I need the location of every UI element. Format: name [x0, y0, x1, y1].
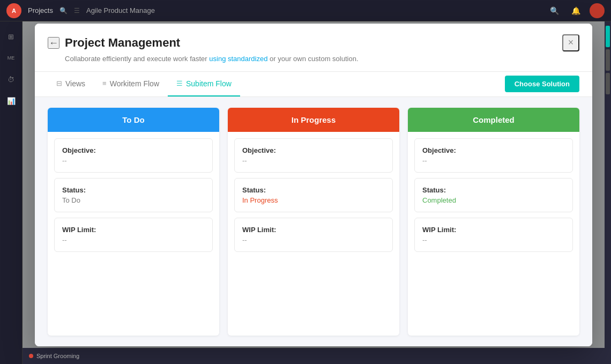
modal-body: To Do Objective: -- Status: To Do WIP Li…	[35, 97, 592, 346]
todo-objective-label: Objective:	[62, 146, 205, 154]
kanban-column-todo: To Do Objective: -- Status: To Do WIP Li…	[48, 108, 219, 336]
right-sidebar	[605, 21, 611, 364]
views-icon: ⊟	[56, 79, 62, 87]
kanban-column-inprogress: In Progress Objective: -- Status: In Pro…	[228, 108, 399, 336]
right-indicator-1	[606, 26, 610, 47]
search-global-icon[interactable]: 🔍	[547, 3, 562, 18]
todo-card-objective: Objective: --	[54, 138, 213, 173]
status-dot	[29, 354, 33, 358]
column-header-todo: To Do	[48, 108, 219, 132]
inprogress-wip-label: WIP Limit:	[242, 226, 385, 234]
modal-back-button[interactable]: ←	[48, 37, 59, 49]
subitem-icon: ☰	[176, 79, 183, 87]
search-icon[interactable]: 🔍	[59, 7, 68, 14]
workitem-icon: ≡	[102, 79, 107, 87]
todo-wip-label: WIP Limit:	[62, 226, 205, 234]
right-indicator-2	[606, 49, 610, 71]
completed-card-wip: WIP Limit: --	[414, 218, 573, 252]
inprogress-card-wip: WIP Limit: --	[234, 218, 393, 252]
subtitle-link[interactable]: using standardized	[209, 55, 267, 63]
sprint-grooming-label: Sprint Grooming	[36, 353, 79, 359]
top-bar-app-name: Agile Product Manage	[86, 6, 155, 14]
todo-card-wip: WIP Limit: --	[54, 218, 213, 252]
todo-objective-value: --	[62, 157, 205, 165]
top-bar-project-name: Projects	[28, 6, 53, 14]
sidebar: ⊞ ME ⏱ 📊	[0, 21, 23, 364]
modal-title: Project Management	[65, 36, 180, 50]
modal-tabs: ⊟ Views ≡ Workitem Flow ☰ Subitem Flow C…	[35, 72, 592, 97]
todo-wip-value: --	[62, 236, 205, 244]
modal-header: ← Project Management × Collaborate effic…	[35, 24, 592, 72]
inprogress-status-label: Status:	[242, 186, 385, 194]
completed-wip-label: WIP Limit:	[422, 226, 565, 234]
todo-card-status: Status: To Do	[54, 178, 213, 212]
column-header-completed: Completed	[408, 108, 579, 132]
sidebar-item-home[interactable]: ⊞	[3, 28, 20, 45]
tab-subitem-label: Subitem Flow	[186, 79, 232, 88]
modal-tabs-list: ⊟ Views ≡ Workitem Flow ☰ Subitem Flow	[48, 72, 240, 96]
completed-status-label: Status:	[422, 186, 565, 194]
bottom-bar: Sprint Grooming	[23, 348, 605, 364]
kanban-board: To Do Objective: -- Status: To Do WIP Li…	[48, 108, 579, 336]
modal-close-button[interactable]: ×	[562, 34, 579, 51]
sidebar-item-me[interactable]: ME	[3, 49, 20, 66]
tab-workitem-flow[interactable]: ≡ Workitem Flow	[94, 72, 168, 96]
todo-status-label: Status:	[62, 186, 205, 194]
inprogress-wip-value: --	[242, 236, 385, 244]
column-header-inprogress: In Progress	[228, 108, 399, 132]
column-body-completed: Objective: -- Status: Completed WIP Limi…	[408, 132, 579, 336]
kanban-column-completed: Completed Objective: -- Status: Complete…	[408, 108, 579, 336]
inprogress-objective-value: --	[242, 157, 385, 165]
tab-subitem-flow[interactable]: ☰ Subitem Flow	[168, 72, 240, 96]
choose-solution-button[interactable]: Choose Solution	[505, 76, 579, 92]
column-body-todo: Objective: -- Status: To Do WIP Limit: -…	[48, 132, 219, 336]
inprogress-card-status: Status: In Progress	[234, 178, 393, 212]
top-bar: A Projects 🔍 ☰ Agile Product Manage 🔍 🔔	[0, 0, 611, 21]
tab-views-label: Views	[65, 79, 85, 88]
completed-card-objective: Objective: --	[414, 138, 573, 173]
sidebar-item-chart[interactable]: 📊	[3, 92, 20, 109]
inprogress-status-value: In Progress	[242, 196, 385, 204]
modal: ← Project Management × Collaborate effic…	[35, 24, 592, 346]
completed-wip-value: --	[422, 236, 565, 244]
sidebar-me-label: ME	[8, 55, 15, 61]
notification-icon[interactable]: 🔔	[568, 3, 583, 18]
list-icon[interactable]: ☰	[74, 7, 80, 14]
tab-views[interactable]: ⊟ Views	[48, 72, 94, 96]
right-indicator-3	[606, 73, 610, 94]
completed-status-value: Completed	[422, 196, 565, 204]
todo-status-value: To Do	[62, 196, 205, 204]
app-avatar: A	[6, 3, 21, 18]
sidebar-item-timer[interactable]: ⏱	[3, 71, 20, 88]
modal-subtitle: Collaborate efficiently and execute work…	[65, 55, 579, 63]
column-body-inprogress: Objective: -- Status: In Progress WIP Li…	[228, 132, 399, 336]
tab-workitem-label: Workitem Flow	[110, 79, 159, 88]
sprint-grooming-item[interactable]: Sprint Grooming	[29, 353, 79, 359]
modal-overlay: ← Project Management × Collaborate effic…	[23, 21, 605, 348]
inprogress-card-objective: Objective: --	[234, 138, 393, 173]
user-avatar[interactable]	[590, 3, 605, 18]
completed-card-status: Status: Completed	[414, 178, 573, 212]
completed-objective-value: --	[422, 157, 565, 165]
completed-objective-label: Objective:	[422, 146, 565, 154]
inprogress-objective-label: Objective:	[242, 146, 385, 154]
